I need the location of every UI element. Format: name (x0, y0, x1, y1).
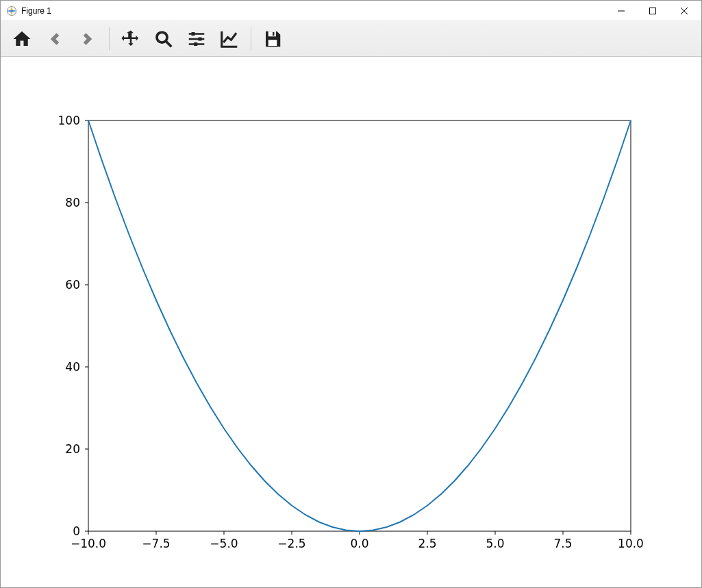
home-button[interactable] (8, 25, 36, 53)
toolbar (1, 21, 701, 57)
svg-rect-3 (192, 32, 195, 36)
svg-rect-7 (273, 32, 275, 36)
series-line (88, 120, 631, 531)
svg-rect-8 (268, 40, 277, 46)
y-tick-label: 80 (65, 196, 80, 209)
x-tick-label: −10.0 (71, 537, 106, 550)
close-button[interactable] (668, 1, 700, 21)
edit-axes-button[interactable] (215, 25, 244, 53)
save-button[interactable] (258, 25, 287, 53)
x-tick-label: 10.0 (618, 537, 644, 550)
x-tick-label: 0.0 (350, 537, 368, 550)
svg-rect-6 (268, 31, 276, 36)
x-tick-label: −5.0 (210, 537, 238, 550)
x-tick-label: −7.5 (142, 537, 170, 550)
plot-svg: −10.0−7.5−5.0−2.50.02.55.07.510.00204060… (1, 57, 701, 587)
arrow-right-icon (77, 29, 98, 49)
window-title: Figure 1 (21, 6, 51, 16)
arrow-left-icon (45, 29, 65, 49)
x-tick-label: 2.5 (418, 537, 436, 550)
svg-rect-4 (199, 37, 202, 40)
forward-button[interactable] (73, 25, 102, 53)
move-icon (121, 29, 141, 49)
y-tick-label: 40 (65, 360, 80, 374)
svg-rect-1 (650, 8, 656, 14)
sliders-icon (186, 29, 207, 49)
svg-rect-5 (194, 42, 197, 46)
svg-rect-9 (88, 120, 631, 531)
toolbar-separator (251, 27, 251, 51)
svg-point-2 (157, 32, 167, 42)
pan-button[interactable] (116, 25, 145, 53)
maximize-button[interactable] (637, 1, 668, 21)
y-tick-label: 20 (65, 442, 80, 456)
y-tick-label: 100 (58, 114, 80, 127)
back-button[interactable] (40, 25, 69, 53)
titlebar: Figure 1 (1, 1, 701, 21)
chart-line-icon (219, 29, 240, 49)
y-tick-label: 0 (73, 524, 80, 538)
x-tick-label: −2.5 (277, 537, 305, 550)
search-icon (153, 29, 174, 49)
configure-subplots-button[interactable] (182, 25, 211, 53)
toolbar-separator (109, 27, 110, 51)
minimize-button[interactable] (605, 1, 637, 21)
home-icon (12, 29, 32, 49)
zoom-button[interactable] (149, 25, 178, 53)
x-tick-label: 5.0 (486, 537, 504, 550)
plot-canvas[interactable]: −10.0−7.5−5.0−2.50.02.55.07.510.00204060… (1, 57, 701, 587)
save-icon (262, 29, 283, 49)
app-icon (6, 5, 17, 16)
x-tick-label: 7.5 (553, 537, 572, 550)
y-tick-label: 60 (65, 278, 80, 292)
